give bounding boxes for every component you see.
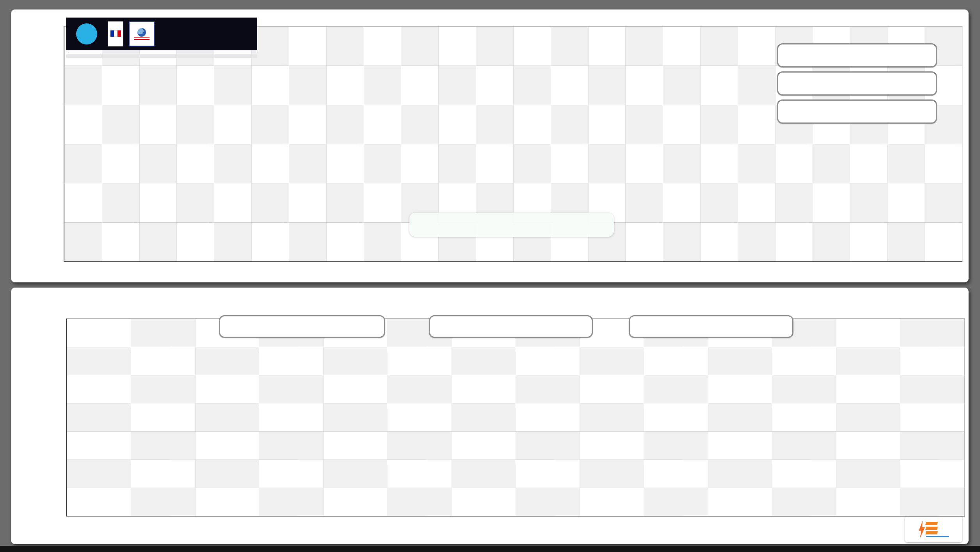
- ecowatt-forecast-grid: [66, 54, 257, 58]
- g2e-e-icon: [926, 522, 937, 534]
- weekly-consumption-stat: [219, 315, 385, 338]
- weekly-consumption-chart[interactable]: [66, 318, 965, 517]
- weekly-pmax-stat: [429, 315, 593, 338]
- ademe-globe-icon: [137, 28, 146, 37]
- ademe-logo: [129, 21, 155, 46]
- daily-consumption-stat: [777, 43, 937, 67]
- daily-pmax-stat: [777, 71, 937, 96]
- rte-logo-icon: [76, 23, 97, 44]
- g2e-tagline: [926, 536, 949, 537]
- weekly-chart-bars: [67, 319, 964, 516]
- republique-francaise-logo: [108, 21, 123, 46]
- ademe-text-lines: [134, 37, 149, 41]
- g2e-logo: [905, 517, 962, 542]
- daily-pmin-stat: [777, 99, 937, 124]
- weekly-chart-y-axis: [42, 318, 65, 515]
- daily-chart-panel: [11, 9, 969, 282]
- bottom-border-strip: [0, 546, 980, 552]
- daily-chart-x-axis: [64, 263, 961, 274]
- date-label: [409, 213, 614, 237]
- weekly-chart-x-axis: [66, 517, 964, 529]
- ecowatt-logo-banner: [66, 18, 257, 50]
- weekly-pmin-stat: [629, 315, 793, 338]
- g2e-logo-right: [926, 522, 949, 537]
- g2e-lightning-icon: [919, 521, 925, 538]
- french-flag-icon: [110, 30, 121, 37]
- daily-chart-y-axis: [39, 26, 63, 261]
- weekly-chart-panel: [11, 288, 969, 544]
